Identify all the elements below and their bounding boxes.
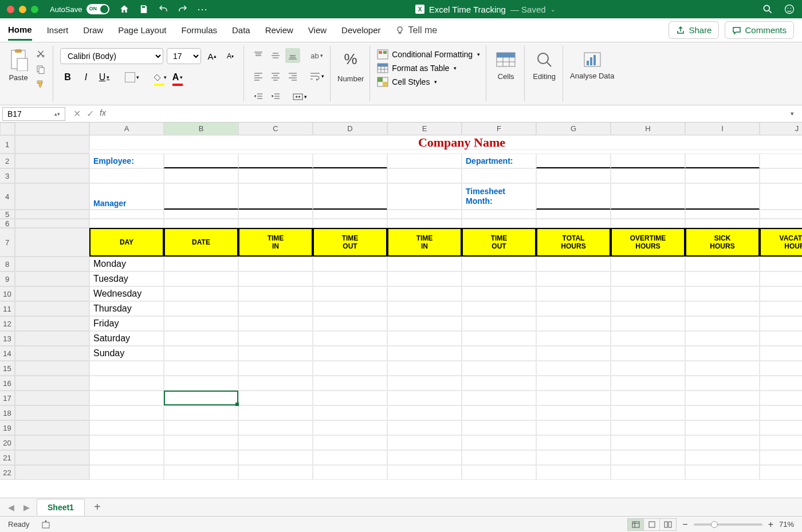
percent-icon[interactable]: %	[338, 49, 363, 70]
timesheet-month-label-cell[interactable]: TimesheetMonth:	[462, 183, 536, 210]
cell[interactable]	[387, 331, 462, 346]
cell[interactable]	[536, 391, 611, 405]
cell[interactable]	[685, 450, 760, 465]
normal-view-icon[interactable]	[628, 519, 644, 530]
cell[interactable]	[164, 435, 238, 450]
cell[interactable]	[611, 219, 685, 228]
cell[interactable]	[760, 435, 802, 450]
cell[interactable]	[89, 210, 164, 219]
name-box[interactable]: B17▴▾	[2, 107, 65, 121]
tab-developer[interactable]: Developer	[341, 21, 380, 40]
zoom-level[interactable]: 71%	[779, 520, 794, 529]
editing-button[interactable]: Editing	[532, 46, 557, 81]
header-cell[interactable]: TIMEOUT	[313, 228, 387, 257]
decrease-font-icon[interactable]: A▾	[223, 49, 238, 64]
cell[interactable]	[760, 405, 802, 420]
minimize-window-icon[interactable]	[19, 6, 26, 13]
cell[interactable]	[536, 183, 611, 210]
day-cell[interactable]: Monday	[89, 257, 164, 271]
header-cell[interactable]: TIMEIN	[238, 228, 313, 257]
header-cell[interactable]: TOTALHOURS	[536, 228, 611, 257]
cell[interactable]	[685, 420, 760, 435]
zoom-out-icon[interactable]: −	[682, 519, 687, 530]
share-button[interactable]: Share	[669, 21, 719, 39]
day-cell[interactable]: Wednesday	[89, 286, 164, 301]
tab-formulas[interactable]: Formulas	[181, 21, 217, 40]
cell[interactable]	[611, 210, 685, 219]
fx-icon[interactable]: fx	[100, 108, 106, 119]
cell[interactable]	[462, 346, 536, 361]
tab-draw[interactable]: Draw	[83, 21, 103, 40]
cell[interactable]	[536, 465, 611, 480]
borders-button[interactable]: ▾	[124, 70, 139, 85]
row-header-16[interactable]: 16	[0, 376, 15, 391]
cell[interactable]	[536, 286, 611, 301]
col-header[interactable]	[15, 123, 89, 135]
cell[interactable]	[611, 405, 685, 420]
cell[interactable]	[238, 331, 313, 346]
cell[interactable]	[760, 465, 802, 480]
header-cell[interactable]: OVERTIMEHOURS	[611, 228, 685, 257]
cell[interactable]	[313, 219, 387, 228]
cell[interactable]	[685, 183, 760, 210]
cell[interactable]	[387, 420, 462, 435]
cell[interactable]	[164, 219, 238, 228]
cell[interactable]	[462, 168, 536, 183]
cell[interactable]	[462, 331, 536, 346]
enter-icon[interactable]: ✓	[87, 108, 94, 119]
cell[interactable]	[89, 420, 164, 435]
cell[interactable]	[760, 450, 802, 465]
cell[interactable]	[387, 257, 462, 271]
tab-page-layout[interactable]: Page Layout	[118, 21, 166, 40]
cell[interactable]	[611, 361, 685, 376]
cell[interactable]	[387, 405, 462, 420]
header-cell[interactable]: VACATIONHOURS	[760, 228, 802, 257]
col-header-B[interactable]: B	[164, 123, 238, 135]
cell[interactable]	[462, 257, 536, 271]
company-name-cell[interactable]: Company Name	[89, 135, 802, 150]
cell[interactable]	[462, 450, 536, 465]
cell[interactable]	[387, 168, 462, 183]
cell[interactable]	[760, 346, 802, 361]
cell[interactable]	[760, 168, 802, 183]
more-icon[interactable]: ⋯	[196, 3, 208, 15]
cell[interactable]	[387, 361, 462, 376]
font-family-select[interactable]: Calibri (Body)	[60, 48, 163, 64]
cell[interactable]	[387, 301, 462, 316]
cell[interactable]	[313, 271, 387, 286]
cell[interactable]	[685, 376, 760, 391]
row-header-3[interactable]: 3	[0, 168, 15, 183]
cell[interactable]	[760, 219, 802, 228]
align-center-icon[interactable]	[268, 69, 283, 84]
cell[interactable]	[313, 331, 387, 346]
cell[interactable]	[164, 405, 238, 420]
sheet-tab-1[interactable]: Sheet1	[37, 499, 85, 515]
cell[interactable]	[164, 331, 238, 346]
cell[interactable]	[462, 301, 536, 316]
cell[interactable]	[611, 316, 685, 331]
manager-label-cell[interactable]: Manager	[89, 183, 164, 210]
cell[interactable]	[685, 391, 760, 405]
smiley-icon[interactable]	[784, 3, 795, 15]
cell[interactable]	[387, 450, 462, 465]
worksheet[interactable]: ABCDEFGHIJ1Company Name2Employee:Departm…	[0, 123, 802, 498]
cell[interactable]	[536, 331, 611, 346]
row-header-4[interactable]: 4	[0, 183, 15, 210]
cell[interactable]	[536, 376, 611, 391]
col-header-I[interactable]: I	[685, 123, 760, 135]
cell[interactable]	[760, 301, 802, 316]
cell[interactable]	[313, 257, 387, 271]
cell[interactable]	[611, 271, 685, 286]
cell[interactable]	[760, 420, 802, 435]
row-header-2[interactable]: 2	[0, 153, 15, 168]
cell[interactable]	[313, 420, 387, 435]
close-window-icon[interactable]	[7, 6, 14, 13]
cell[interactable]	[760, 183, 802, 210]
chevron-down-icon[interactable]: ⌄	[551, 6, 555, 13]
cell[interactable]	[89, 361, 164, 376]
cell[interactable]	[387, 376, 462, 391]
day-cell[interactable]: Friday	[89, 316, 164, 331]
accessibility-icon[interactable]	[41, 520, 50, 529]
cell[interactable]	[760, 210, 802, 219]
cell[interactable]	[238, 376, 313, 391]
